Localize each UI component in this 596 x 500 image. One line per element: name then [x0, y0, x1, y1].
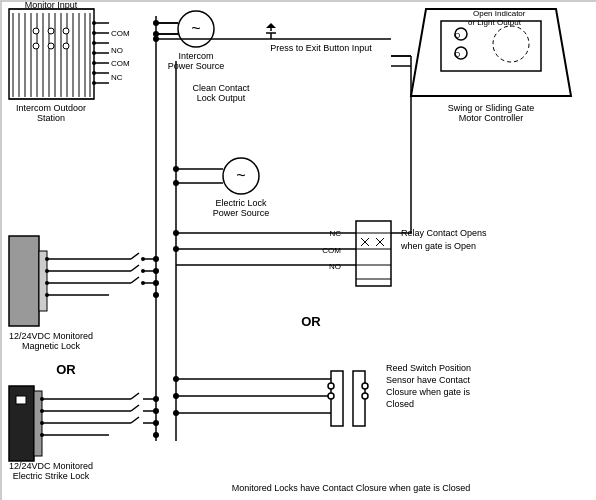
svg-point-111 — [40, 409, 44, 413]
svg-point-30 — [92, 41, 96, 45]
svg-point-100 — [153, 280, 159, 286]
svg-point-127 — [153, 420, 159, 426]
svg-point-62 — [153, 20, 159, 26]
svg-point-79 — [45, 257, 49, 261]
svg-point-89 — [141, 257, 145, 261]
svg-text:Intercom: Intercom — [178, 51, 213, 61]
svg-point-177 — [328, 393, 334, 399]
svg-point-97 — [141, 281, 145, 285]
svg-point-22 — [48, 43, 54, 49]
svg-text:COM: COM — [111, 59, 130, 68]
svg-rect-76 — [9, 236, 39, 326]
svg-point-98 — [153, 256, 159, 262]
svg-text:Magnetic Lock: Magnetic Lock — [22, 341, 81, 351]
svg-text:Motor Controller: Motor Controller — [459, 113, 524, 123]
svg-text:when gate is Open: when gate is Open — [400, 241, 476, 251]
svg-point-128 — [153, 432, 159, 438]
svg-point-163 — [173, 230, 179, 236]
svg-point-99 — [153, 268, 159, 274]
svg-text:Monitor Input: Monitor Input — [25, 1, 78, 10]
svg-point-126 — [153, 408, 159, 414]
svg-text:Intercom Outdoor: Intercom Outdoor — [16, 103, 86, 113]
svg-point-23 — [63, 43, 69, 49]
svg-point-93 — [141, 269, 145, 273]
svg-point-26 — [92, 21, 96, 25]
svg-point-101 — [153, 292, 159, 298]
svg-point-83 — [45, 281, 49, 285]
svg-text:Electric Lock: Electric Lock — [215, 198, 267, 208]
svg-point-164 — [173, 246, 179, 252]
svg-point-178 — [362, 383, 368, 389]
svg-point-20 — [63, 28, 69, 34]
svg-text:Power Source: Power Source — [213, 208, 270, 218]
svg-text:O: O — [454, 31, 460, 40]
wiring-diagram: Monitor Input COM NO COM NC Intercom Out… — [0, 0, 596, 500]
svg-rect-107 — [16, 396, 26, 404]
svg-point-109 — [40, 397, 44, 401]
svg-point-18 — [33, 28, 39, 34]
svg-text:Reed Switch Position: Reed Switch Position — [386, 363, 471, 373]
svg-text:Open Indicator: Open Indicator — [473, 9, 526, 18]
svg-text:12/24VDC Monitored: 12/24VDC Monitored — [9, 331, 93, 341]
svg-text:OR: OR — [56, 362, 76, 377]
svg-point-113 — [40, 421, 44, 425]
svg-point-81 — [45, 269, 49, 273]
svg-text:Electric Strike Lock: Electric Strike Lock — [13, 471, 90, 481]
svg-point-34 — [92, 61, 96, 65]
svg-point-64 — [153, 36, 159, 42]
svg-point-36 — [92, 71, 96, 75]
svg-point-32 — [92, 51, 96, 55]
svg-text:Relay Contact Opens: Relay Contact Opens — [401, 228, 487, 238]
svg-point-173 — [173, 376, 179, 382]
svg-text:Closure when gate is: Closure when gate is — [386, 387, 471, 397]
svg-point-179 — [362, 393, 368, 399]
svg-text:Lock Output: Lock Output — [197, 93, 246, 103]
svg-text:~: ~ — [236, 167, 245, 184]
svg-point-115 — [40, 433, 44, 437]
svg-text:Swing or Sliding Gate: Swing or Sliding Gate — [448, 103, 535, 113]
svg-text:NC: NC — [111, 73, 123, 82]
svg-point-19 — [48, 28, 54, 34]
svg-text:12/24VDC Monitored: 12/24VDC Monitored — [9, 461, 93, 471]
svg-point-21 — [33, 43, 39, 49]
svg-point-75 — [173, 180, 179, 186]
svg-text:OR: OR — [301, 314, 321, 329]
svg-point-74 — [173, 166, 179, 172]
svg-text:Clean Contact: Clean Contact — [192, 83, 250, 93]
svg-text:COM: COM — [111, 29, 130, 38]
svg-text:Station: Station — [37, 113, 65, 123]
svg-text:O: O — [454, 50, 460, 59]
svg-text:NO: NO — [111, 46, 123, 55]
svg-point-28 — [92, 31, 96, 35]
svg-point-38 — [92, 81, 96, 85]
svg-rect-1 — [9, 9, 94, 99]
svg-text:Monitored Locks have Contact C: Monitored Locks have Contact Closure whe… — [232, 483, 471, 493]
svg-point-176 — [328, 383, 334, 389]
svg-text:~: ~ — [191, 20, 200, 37]
svg-text:Press to Exit Button Input: Press to Exit Button Input — [270, 43, 372, 53]
svg-text:or Light Output: or Light Output — [468, 18, 522, 27]
svg-point-174 — [173, 393, 179, 399]
svg-point-85 — [45, 293, 49, 297]
svg-point-138 — [493, 26, 529, 62]
svg-text:Sensor have Contact: Sensor have Contact — [386, 375, 471, 385]
svg-text:NO: NO — [329, 262, 341, 271]
svg-rect-145 — [356, 221, 391, 286]
svg-text:COM: COM — [322, 246, 341, 255]
svg-text:Closed: Closed — [386, 399, 414, 409]
svg-point-175 — [173, 410, 179, 416]
svg-point-125 — [153, 396, 159, 402]
